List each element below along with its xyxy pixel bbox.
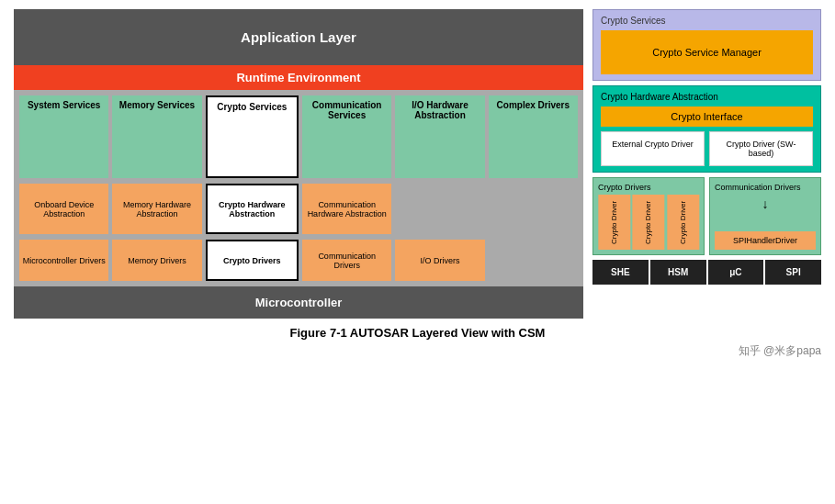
service-memory-label: Memory Services bbox=[115, 100, 198, 110]
hal-spacer1 bbox=[395, 184, 484, 234]
driver-micro: Microcontroller Drivers bbox=[19, 240, 108, 281]
comm-drivers-section: Communication Drivers ↓ SPIHandlerDriver bbox=[709, 177, 821, 255]
service-complex-label: Complex Drivers bbox=[491, 100, 575, 110]
service-complex: Complex Drivers bbox=[489, 95, 578, 178]
right-diagram: Crypto Services Crypto Service Manager C… bbox=[592, 9, 821, 319]
crypto-driver-small-3: Crypto Driver bbox=[667, 195, 699, 250]
watermark: 知乎 @米多papa bbox=[14, 343, 821, 359]
crypto-interface-bar: Crypto Interface bbox=[601, 106, 813, 127]
hw-she: SHE bbox=[592, 260, 649, 285]
driver-comm-label: Communication Drivers bbox=[305, 252, 389, 270]
service-io-hw: I/O Hardware Abstraction bbox=[395, 95, 484, 178]
main-content: Application Layer Runtime Environment Sy… bbox=[14, 9, 821, 319]
crypto-hw-abstraction-label: Crypto Hardware Abstraction bbox=[601, 92, 813, 102]
drivers-row: Microcontroller Drivers Memory Drivers C… bbox=[14, 240, 583, 286]
hal-memory-label: Memory Hardware Abstraction bbox=[115, 200, 198, 218]
service-crypto: Crypto Services bbox=[206, 95, 299, 178]
rte-bar: Runtime Environment bbox=[14, 65, 583, 90]
crypto-driver-small-row: Crypto Driver Crypto Driver Crypto Drive… bbox=[598, 195, 699, 250]
hal-onboard: Onboard Device Abstraction bbox=[19, 184, 108, 234]
hw-row: SHE HSM μC SPI bbox=[592, 260, 821, 285]
microcontroller-bar: Microcontroller bbox=[14, 286, 583, 319]
external-crypto-driver: External Crypto Driver bbox=[601, 131, 705, 166]
hal-crypto-label: Crypto Hardware Abstraction bbox=[210, 200, 294, 218]
spi-handler-driver: SPIHandlerDriver bbox=[715, 231, 816, 250]
driver-micro-label: Microcontroller Drivers bbox=[23, 256, 106, 265]
crypto-service-manager: Crypto Service Manager bbox=[601, 30, 813, 74]
driver-comm: Communication Drivers bbox=[302, 240, 391, 281]
crypto-drivers-inner-row: External Crypto Driver Crypto Driver (SW… bbox=[601, 131, 813, 166]
hal-onboard-label: Onboard Device Abstraction bbox=[22, 200, 106, 218]
driver-io: I/O Drivers bbox=[395, 240, 484, 281]
hw-uc: μC bbox=[708, 260, 764, 285]
driver-memory-label: Memory Drivers bbox=[128, 256, 186, 265]
hal-crypto: Crypto Hardware Abstraction bbox=[206, 184, 299, 234]
service-system-label: System Services bbox=[22, 100, 106, 110]
driver-io-label: I/O Drivers bbox=[420, 256, 459, 265]
driver-spacer bbox=[489, 240, 578, 281]
crypto-drivers-section-label: Crypto Drivers bbox=[598, 183, 699, 192]
crypto-hw-abstraction-box: Crypto Hardware Abstraction Crypto Inter… bbox=[592, 85, 821, 173]
crypto-driver-sw: Crypto Driver (SW-based) bbox=[709, 131, 813, 166]
hal-row: Onboard Device Abstraction Memory Hardwa… bbox=[14, 184, 583, 240]
app-layer: Application Layer bbox=[14, 9, 583, 65]
service-io-hw-label: I/O Hardware Abstraction bbox=[398, 100, 481, 120]
crypto-driver-small-2: Crypto Driver bbox=[632, 195, 664, 250]
service-memory: Memory Services bbox=[112, 95, 201, 178]
crypto-services-label: Crypto Services bbox=[601, 16, 666, 26]
hw-spi: SPI bbox=[765, 260, 821, 285]
driver-crypto-label: Crypto Drivers bbox=[223, 256, 281, 265]
crypto-services-box: Crypto Services Crypto Service Manager bbox=[592, 9, 821, 81]
hal-memory: Memory Hardware Abstraction bbox=[112, 184, 201, 234]
figure-caption: Figure 7-1 AUTOSAR Layered View with CSM bbox=[290, 326, 546, 340]
hal-comm-label: Communication Hardware Abstraction bbox=[305, 200, 389, 218]
hal-comm: Communication Hardware Abstraction bbox=[302, 184, 391, 234]
hw-hsm: HSM bbox=[650, 260, 706, 285]
service-comm: Communication Services bbox=[302, 95, 391, 178]
service-system: System Services bbox=[19, 95, 108, 178]
service-comm-label: Communication Services bbox=[305, 100, 389, 120]
spi-arrow: ↓ bbox=[715, 195, 816, 213]
comm-drivers-section-label: Communication Drivers bbox=[715, 183, 816, 192]
page-container: Application Layer Runtime Environment Sy… bbox=[0, 0, 835, 368]
service-crypto-label: Crypto Services bbox=[210, 102, 294, 112]
bottom-section: Crypto Drivers Crypto Driver Crypto Driv… bbox=[592, 177, 821, 255]
left-diagram: Application Layer Runtime Environment Sy… bbox=[14, 9, 583, 319]
hal-spacer2 bbox=[489, 184, 578, 234]
crypto-drivers-section: Crypto Drivers Crypto Driver Crypto Driv… bbox=[592, 177, 705, 255]
driver-memory: Memory Drivers bbox=[112, 240, 201, 281]
services-row: System Services Memory Services Crypto S… bbox=[14, 90, 583, 184]
crypto-driver-small-1: Crypto Driver bbox=[598, 195, 630, 250]
driver-crypto: Crypto Drivers bbox=[206, 240, 299, 281]
